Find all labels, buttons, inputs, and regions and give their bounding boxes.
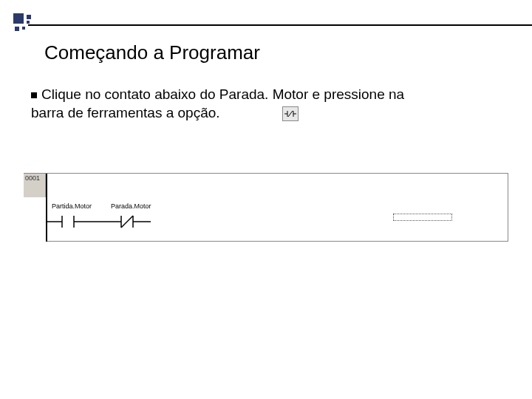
body-line-1: Clique no contato abaixo do Parada. Moto…	[41, 86, 404, 102]
ladder-contacts-graphic	[47, 213, 195, 235]
bullet-icon	[31, 92, 37, 98]
contact-label-1: Partida.Motor	[52, 202, 92, 210]
title-divider	[28, 24, 532, 26]
slide-body: Clique no contato abaixo do Parada. Moto…	[31, 86, 495, 122]
slide-title: Começando a Programar	[44, 41, 260, 64]
contact-label-2: Parada.Motor	[111, 202, 151, 210]
rung-number-cell: 0001	[24, 174, 46, 197]
svg-line-11	[121, 216, 133, 228]
body-line-2: barra de ferramentas a opção.	[31, 105, 220, 120]
ladder-output-placeholder	[393, 214, 452, 221]
svg-line-4	[288, 111, 293, 117]
ladder-diagram: 0001 Partida.Motor Parada.Motor	[24, 173, 508, 242]
nc-contact-icon	[282, 106, 299, 121]
